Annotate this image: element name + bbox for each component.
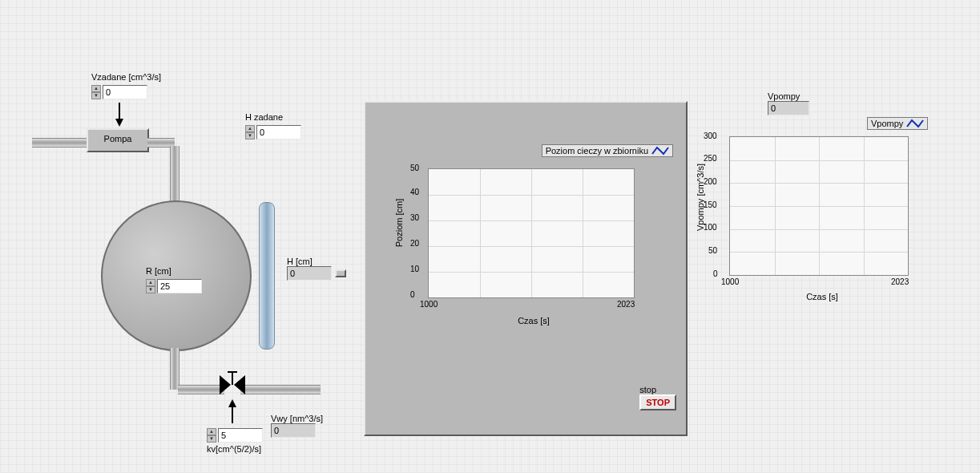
spin-up-icon[interactable]: ▲ — [91, 85, 101, 92]
ytick: 40 — [410, 188, 419, 196]
pump-block: Pompa — [87, 128, 149, 152]
vwy-label: Vwy [nm^3/s] — [271, 414, 323, 423]
pipe-down-to-tank — [170, 146, 179, 205]
vzadane-spinner[interactable]: ▲ ▼ 0 — [91, 85, 147, 99]
spin-up-icon[interactable]: ▲ — [245, 125, 255, 132]
ytick: 0 — [713, 269, 718, 278]
ytick: 30 — [410, 213, 419, 222]
pipe-to-valve-right — [240, 385, 321, 394]
ytick: 100 — [704, 223, 717, 232]
xtick: 1000 — [721, 277, 739, 286]
h-label: H [cm] — [287, 257, 332, 266]
kv-value[interactable]: 5 — [218, 428, 263, 443]
ylabel-vpompy: Vpompy [cm^3/s] — [696, 149, 705, 245]
h-slider-nub[interactable] — [335, 269, 346, 277]
vzadane-value[interactable]: 0 — [103, 85, 147, 99]
legend-vpompy: Vpompy — [867, 117, 928, 130]
pipe-tank-bottom — [170, 348, 179, 390]
spin-down-icon[interactable]: ▼ — [207, 435, 216, 443]
legend-line-icon — [906, 119, 924, 128]
kv-label: kv[cm^(5/2)/s] — [207, 444, 263, 454]
spin-down-icon[interactable]: ▼ — [146, 286, 155, 293]
ytick: 50 — [708, 246, 717, 255]
h-value: 0 — [287, 266, 332, 281]
spin-down-icon[interactable]: ▼ — [245, 132, 255, 139]
svg-marker-0 — [220, 375, 231, 394]
xlabel-level: Czas [s] — [502, 316, 566, 325]
vzadane-label: Vzadane [cm^3/s] — [91, 72, 161, 82]
r-label: R [cm] — [146, 266, 202, 276]
pipe-inlet-left — [32, 138, 87, 148]
graph-panel-level: Poziom cieczy w zbiorniku 0 10 20 30 40 … — [364, 101, 688, 436]
ytick: 200 — [704, 177, 717, 186]
legend-vpompy-text: Vpompy — [871, 119, 903, 128]
vpompy-out-label: Vpompy — [768, 91, 809, 101]
r-value[interactable]: 25 — [157, 279, 202, 293]
vwy-value: 0 — [271, 423, 316, 438]
svg-marker-5 — [115, 119, 123, 127]
ytick: 150 — [704, 200, 717, 209]
ylabel-level: Poziom [cm] — [394, 183, 404, 263]
pump-label: Pompa — [104, 134, 132, 144]
xlabel-vpompy: Czas [s] — [798, 292, 846, 301]
ytick: 20 — [410, 239, 419, 248]
spin-up-icon[interactable]: ▲ — [146, 279, 155, 286]
xtick: 1000 — [420, 300, 438, 309]
legend-line-icon — [651, 146, 669, 156]
plot-vpompy — [729, 136, 909, 276]
legend-level-text: Poziom cieczy w zbiorniku — [546, 146, 648, 156]
xtick: 2023 — [891, 277, 909, 286]
spin-down-icon[interactable]: ▼ — [91, 92, 101, 99]
svg-marker-1 — [234, 375, 245, 394]
r-spinner[interactable]: ▲ ▼ 25 — [146, 279, 202, 293]
ytick: 250 — [704, 154, 717, 163]
spin-up-icon[interactable]: ▲ — [207, 428, 216, 435]
ytick: 10 — [410, 265, 419, 273]
ytick: 50 — [410, 164, 419, 172]
valve-icon — [216, 369, 248, 401]
arrow-up-icon — [227, 399, 238, 423]
plot-level — [428, 168, 635, 298]
hzadane-spinner[interactable]: ▲ ▼ 0 — [245, 125, 301, 139]
ytick: 0 — [410, 290, 415, 299]
hzadane-value[interactable]: 0 — [256, 125, 301, 139]
legend-level: Poziom cieczy w zbiorniku — [542, 144, 673, 157]
hzadane-label: H zadane — [245, 112, 301, 122]
stop-button[interactable]: STOP — [639, 394, 676, 410]
kv-spinner[interactable]: ▲ ▼ 5 — [207, 428, 263, 443]
arrow-down-icon — [114, 103, 125, 127]
level-column — [259, 202, 275, 350]
vpompy-out-value: 0 — [768, 101, 809, 115]
xtick: 2023 — [617, 300, 635, 309]
stop-caption: stop — [639, 385, 676, 394]
ytick: 300 — [704, 131, 717, 140]
